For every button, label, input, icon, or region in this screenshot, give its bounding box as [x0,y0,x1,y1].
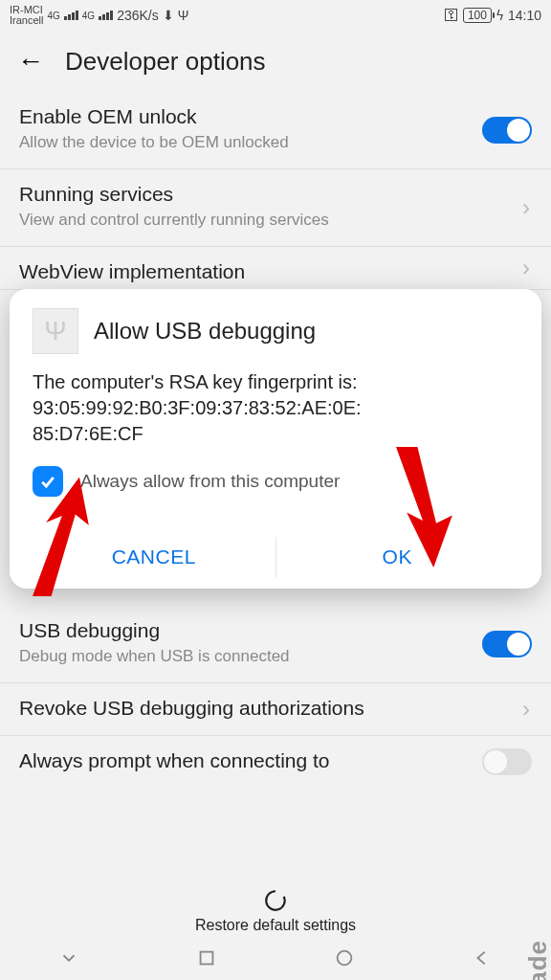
ok-button[interactable]: OK [276,525,519,589]
nav-bar [0,940,551,980]
signal-icon [64,11,78,20]
chevron-right-icon: › [522,255,530,281]
dialog-actions: CANCEL OK [33,525,518,589]
clock: 14:10 [508,8,541,23]
net-label-2: 4G [82,11,95,21]
setting-sub: Allow the device to be OEM unlocked [19,132,532,153]
always-allow-label: Always allow from this computer [80,471,340,492]
setting-always-prompt[interactable]: Always prompt when connecting to [0,736,551,788]
check-icon [38,472,57,491]
net-label-1: 4G [47,11,59,21]
download-icon: ⬇ [163,8,174,23]
setting-label: Running services [19,183,532,206]
dialog-body-line: The computer's RSA key fingerprint is: [33,369,518,395]
setting-webview[interactable]: WebView implementation › [0,247,551,290]
setting-label: Always prompt when connecting to [19,749,532,772]
dialog-body: The computer's RSA key fingerprint is: 9… [33,369,518,447]
dialog-body-line: 93:05:99:92:B0:3F:09:37:83:52:AE:0E: [33,395,518,421]
setting-label: USB debugging [19,619,532,642]
always-allow-checkbox[interactable] [33,466,63,497]
app-header: ← Developer options [0,31,551,92]
network-speed: 236K/s [117,8,159,23]
nav-recents-button[interactable] [196,947,217,972]
usb-icon: Ψ [33,308,78,354]
cancel-button[interactable]: CANCEL [33,525,276,589]
setting-oem-unlock[interactable]: Enable OEM unlock Allow the device to be… [0,92,551,169]
nav-back-button[interactable] [472,947,493,972]
setting-label: WebView implementation [19,260,532,283]
setting-revoke-usb[interactable]: Revoke USB debugging authorizations › [0,683,551,736]
page-title: Developer options [65,47,266,77]
back-button[interactable]: ← [17,46,44,77]
charging-icon: ϟ [496,8,504,23]
usb-status-icon: Ψ [178,8,189,23]
setting-usb-debugging[interactable]: USB debugging Debug mode when USB is con… [0,606,551,683]
watermark: FuLLKade [523,940,551,980]
nav-home-button[interactable] [334,947,355,972]
svg-rect-0 [201,952,213,965]
setting-sub: Debug mode when USB is connected [19,646,532,667]
carrier-2: Irancell [10,15,43,26]
restore-label: Restore default settings [195,917,356,934]
nav-menu-button[interactable] [58,947,79,972]
restore-icon [263,888,288,913]
dialog-body-line: 85:D7:6E:CF [33,421,518,447]
usb-debugging-dialog: Ψ Allow USB debugging The computer's RSA… [10,289,541,589]
always-prompt-toggle[interactable] [482,748,532,775]
svg-point-1 [338,951,352,966]
chevron-right-icon: › [522,194,530,221]
restore-defaults-button[interactable]: Restore default settings [0,888,551,934]
status-bar: IR-MCI Irancell 4G 4G 236K/s ⬇ Ψ ⚿ 100 ϟ… [0,0,551,31]
usb-debugging-toggle[interactable] [482,631,532,657]
oem-unlock-toggle[interactable] [482,117,532,144]
setting-sub: View and control currently running servi… [19,210,532,231]
battery-indicator: 100 [463,8,492,23]
setting-label: Revoke USB debugging authorizations [19,697,532,720]
chevron-right-icon: › [522,696,530,723]
always-allow-row[interactable]: Always allow from this computer [33,466,518,497]
setting-label: Enable OEM unlock [19,105,532,128]
signal-icon-2 [99,11,113,20]
key-icon: ⚿ [444,7,459,24]
dialog-title: Allow USB debugging [94,318,316,345]
setting-running-services[interactable]: Running services View and control curren… [0,169,551,247]
